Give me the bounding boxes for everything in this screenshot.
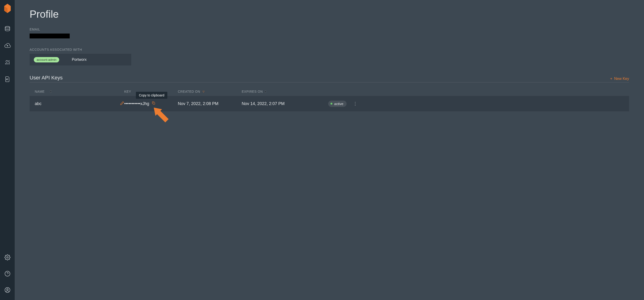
new-key-button[interactable]: + New Key [610,77,629,81]
divider [30,82,629,82]
nav-profile[interactable] [0,282,15,298]
email-redacted [30,33,70,38]
svg-text:$: $ [6,78,8,81]
copy-icon[interactable] [152,101,156,106]
svg-rect-9 [153,102,155,104]
created-on: Nov 7, 2022, 2:08 PM [178,101,242,106]
email-label: EMAIL [30,27,629,31]
account-row[interactable]: account-admin Portworx [30,54,131,65]
nav-analytics[interactable] [0,54,15,71]
col-header-created[interactable]: CREATED ON ▽ [178,90,242,93]
svg-marker-10 [152,104,170,124]
col-header-name[interactable]: NAME [35,90,124,93]
key-name: abc [35,101,42,106]
plus-icon: + [610,77,612,81]
app-logo[interactable] [4,4,11,14]
svg-point-5 [5,271,10,276]
new-key-label: New Key [614,77,629,81]
api-keys-table: NAME KEY CREATED ON ▽ EXPIRES ON [30,87,629,111]
status-dot-icon [330,103,332,105]
svg-point-4 [6,257,8,258]
role-pill: account-admin [34,57,59,62]
more-icon[interactable]: ⋮ [353,101,357,106]
nav-settings[interactable] [0,249,15,266]
table-header-row: NAME KEY CREATED ON ▽ EXPIRES ON [30,87,629,96]
page-title: Profile [30,8,629,20]
sort-icon [50,90,52,93]
svg-point-8 [6,289,8,290]
api-keys-title: User API Keys [30,75,63,81]
expires-on: Nov 14, 2022, 2:07 PM [242,101,328,106]
annotation-arrow [152,103,178,127]
sort-icon [264,90,267,93]
nav-help[interactable] [0,266,15,282]
table-row[interactable]: abc •••••••••••xJhg [30,96,629,111]
svg-point-2 [5,26,10,28]
nav-cloud[interactable] [0,37,15,54]
edit-icon[interactable] [120,101,124,106]
account-name: Portworx [72,57,86,62]
main-content: Profile EMAIL ACCOUNTS ASSOCIATED WITH a… [15,0,644,300]
sort-desc-icon: ▽ [202,90,205,93]
status-text: active [334,102,343,106]
key-value: •••••••••••xJhg [124,101,149,106]
accounts-label: ACCOUNTS ASSOCIATED WITH [30,48,629,51]
col-header-expires[interactable]: EXPIRES ON [242,90,328,93]
nav-invoices[interactable]: $ [0,71,15,88]
status-badge: active [328,101,346,107]
sidebar: $ [0,0,15,300]
copy-tooltip: Copy to clipboard [136,92,167,99]
nav-databases[interactable] [0,20,15,37]
